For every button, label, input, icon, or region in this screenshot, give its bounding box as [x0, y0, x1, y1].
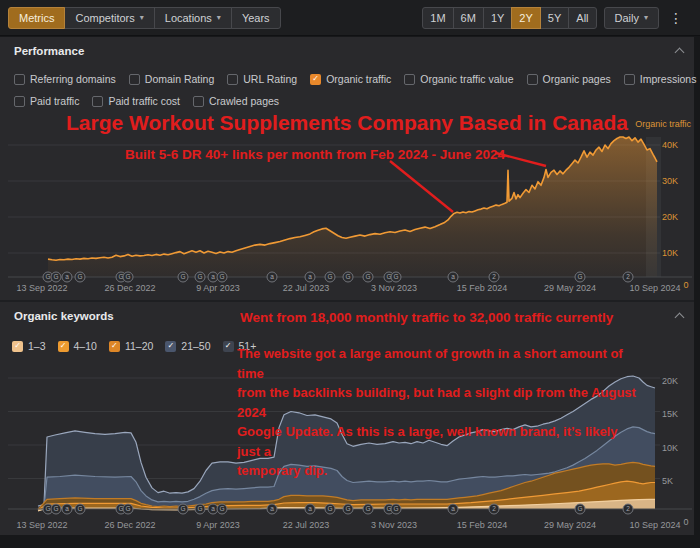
checkbox-11-20[interactable]: ✓11–20: [109, 340, 153, 352]
checkbox-label: Paid traffic cost: [108, 95, 180, 107]
toolbar-right-group: 1M6M1Y2Y5YAll Daily ▾ ⋮: [422, 7, 686, 29]
x-axis-date-label: 15 Feb 2024: [457, 283, 508, 293]
collapse-chevron-icon[interactable]: [675, 46, 684, 55]
checkbox-label: URL Rating: [243, 73, 297, 85]
toolbar-button-competitors[interactable]: Competitors▾: [64, 7, 154, 29]
google-update-marker[interactable]: 2: [489, 272, 499, 282]
annotation-line: The website got a large amount of growth…: [237, 344, 641, 383]
google-update-marker[interactable]: G: [325, 272, 335, 282]
toolbar-button-locations[interactable]: Locations▾: [154, 7, 232, 29]
svg-text:G: G: [197, 273, 202, 280]
svg-text:2: 2: [626, 273, 630, 280]
collapse-chevron-icon[interactable]: [675, 311, 684, 320]
range-button-2y[interactable]: 2Y: [511, 7, 540, 29]
x-axis-date-label: 26 Dec 2022: [104, 520, 155, 530]
svg-text:G: G: [219, 273, 224, 280]
google-update-marker[interactable]: G: [178, 504, 188, 514]
granularity-dropdown[interactable]: Daily ▾: [604, 7, 659, 29]
google-update-marker[interactable]: a: [62, 272, 72, 282]
checkbox-paid-traffic[interactable]: Paid traffic: [14, 95, 79, 107]
checkbox-box: [404, 74, 415, 85]
google-update-marker[interactable]: G: [123, 272, 133, 282]
checkbox-21-50[interactable]: ✓21–50: [165, 340, 210, 352]
button-label: Years: [242, 12, 270, 24]
range-button-5y[interactable]: 5Y: [540, 7, 569, 29]
checkbox-1-3[interactable]: ✓1–3: [12, 340, 46, 352]
checkbox-label: 4–10: [74, 340, 97, 352]
y-axis-zero-label: 0: [683, 517, 688, 527]
google-update-marker[interactable]: G: [51, 272, 61, 282]
checkbox-crawled-pages[interactable]: Crawled pages: [193, 95, 279, 107]
toolbar-button-metrics[interactable]: Metrics: [8, 7, 65, 29]
svg-text:a: a: [211, 505, 215, 512]
google-update-marker[interactable]: a: [305, 272, 315, 282]
checkbox-domain-rating[interactable]: Domain Rating: [129, 73, 214, 85]
x-axis-date-label: 26 Dec 2022: [104, 283, 155, 293]
range-button-1m[interactable]: 1M: [422, 7, 453, 29]
checkbox-organic-pages[interactable]: Organic pages: [527, 73, 611, 85]
google-update-marker[interactable]: G: [123, 504, 133, 514]
google-update-marker[interactable]: G: [325, 504, 335, 514]
google-update-marker[interactable]: G: [391, 504, 401, 514]
checkbox-box: [624, 74, 635, 85]
range-button-1y[interactable]: 1Y: [483, 7, 512, 29]
checkbox-referring-domains[interactable]: Referring domains: [14, 73, 116, 85]
google-update-marker[interactable]: G: [217, 272, 227, 282]
svg-text:G: G: [77, 505, 82, 512]
google-update-marker[interactable]: G: [178, 272, 188, 282]
checkbox-box: [129, 74, 140, 85]
toolbar-button-years[interactable]: Years: [231, 7, 281, 29]
checkbox-box: [527, 74, 538, 85]
google-update-marker[interactable]: 2: [623, 504, 633, 514]
google-update-marker[interactable]: a: [267, 272, 277, 282]
svg-text:a: a: [270, 505, 274, 512]
checkbox-impressions[interactable]: Impressions: [624, 73, 697, 85]
google-update-marker[interactable]: G: [343, 272, 353, 282]
google-update-marker[interactable]: G: [363, 272, 373, 282]
google-update-marker[interactable]: G: [343, 504, 353, 514]
svg-text:a: a: [451, 273, 455, 280]
checkbox-box: ✓: [310, 74, 321, 85]
svg-text:G: G: [577, 273, 582, 280]
checkbox-box: ✓: [58, 341, 69, 352]
google-update-marker[interactable]: G: [391, 272, 401, 282]
google-update-marker[interactable]: 2: [489, 504, 499, 514]
svg-text:a: a: [211, 273, 215, 280]
google-update-marker[interactable]: G: [575, 272, 585, 282]
checkbox-organic-traffic[interactable]: ✓Organic traffic: [310, 73, 391, 85]
svg-text:G: G: [77, 273, 82, 280]
google-update-marker[interactable]: a: [267, 504, 277, 514]
checkbox-organic-traffic-value[interactable]: Organic traffic value: [404, 73, 513, 85]
checkbox-paid-traffic-cost[interactable]: Paid traffic cost: [92, 95, 180, 107]
checkbox-4-10[interactable]: ✓4–10: [58, 340, 97, 352]
annotation-keywords-note: The website got a large amount of growth…: [237, 344, 641, 481]
google-update-marker[interactable]: 2: [623, 272, 633, 282]
checkbox-url-rating[interactable]: URL Rating: [227, 73, 297, 85]
x-axis-date-label: 3 Nov 2023: [371, 520, 417, 530]
google-update-marker[interactable]: a: [448, 272, 458, 282]
section-divider: [0, 300, 694, 302]
google-update-marker[interactable]: a: [305, 504, 315, 514]
checkbox-box: [14, 96, 25, 107]
kebab-menu-icon[interactable]: ⋮: [666, 7, 686, 29]
google-update-marker[interactable]: a: [448, 504, 458, 514]
range-button-6m[interactable]: 6M: [453, 7, 484, 29]
google-update-marker[interactable]: G: [217, 504, 227, 514]
google-update-marker[interactable]: a: [62, 504, 72, 514]
svg-text:G: G: [393, 505, 398, 512]
google-update-marker[interactable]: G: [195, 272, 205, 282]
range-button-all[interactable]: All: [568, 7, 596, 29]
x-axis-date-label: 22 Jul 2023: [283, 283, 330, 293]
svg-text:G: G: [219, 505, 224, 512]
performance-section-title: Performance: [14, 45, 84, 57]
google-update-marker[interactable]: G: [75, 272, 85, 282]
google-update-marker[interactable]: G: [363, 504, 373, 514]
svg-text:G: G: [327, 273, 332, 280]
google-update-marker[interactable]: G: [51, 504, 61, 514]
google-update-marker[interactable]: G: [575, 504, 585, 514]
svg-text:G: G: [345, 273, 350, 280]
google-update-marker[interactable]: G: [195, 504, 205, 514]
google-update-marker[interactable]: G: [75, 504, 85, 514]
x-axis-date-label: 9 Apr 2023: [196, 520, 240, 530]
x-axis-date-label: 13 Sep 2022: [16, 283, 67, 293]
